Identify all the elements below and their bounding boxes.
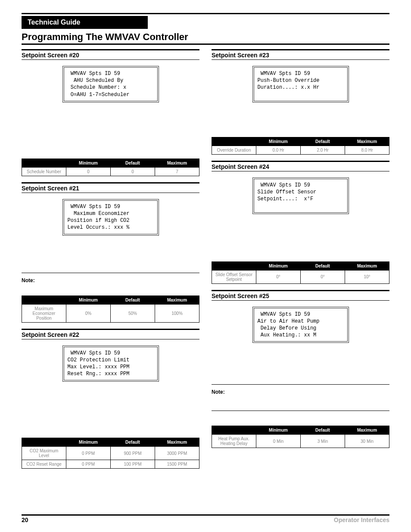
th: Maximum	[155, 296, 199, 304]
s24-table: Minimum Default Maximum Slide Offset Sen…	[212, 261, 389, 284]
td: 0°	[301, 270, 345, 283]
th	[22, 159, 66, 167]
footer-rule	[22, 514, 389, 516]
th	[22, 438, 66, 447]
td: CO2 Reset Range	[22, 460, 66, 469]
td: 0	[66, 167, 111, 176]
right-column: Setpoint Screen #23 WMVAV Spts ID 59 Pus…	[212, 49, 389, 475]
th: Minimum	[66, 296, 111, 304]
guide-label: Technical Guide	[22, 16, 148, 29]
td: CO2 Maximum Level	[22, 447, 66, 460]
s22-lcd: WMVAV Spts ID 59 CO2 Protection Limit Ma…	[62, 345, 159, 382]
s23-body	[212, 107, 389, 133]
s21-note-body	[22, 283, 199, 291]
s23-lcd: WMVAV Spts ID 59 Push-Button Override Du…	[252, 66, 349, 103]
doc-name: Operator Interfaces	[334, 516, 389, 523]
th: Default	[301, 426, 345, 435]
s21-body	[22, 240, 199, 270]
th: Default	[111, 438, 155, 447]
th: Minimum	[256, 426, 301, 435]
s20-table: Minimum Default Maximum Schedule Number …	[22, 159, 199, 176]
s25-lcd: WMVAV Spts ID 59 Air to Air Heat Pump De…	[252, 307, 349, 343]
s24-body	[212, 218, 389, 257]
td: Slide Offset Sensor Setpoint	[212, 270, 256, 283]
th: Default	[111, 296, 155, 304]
td: 50%	[111, 304, 155, 322]
td: 10°	[345, 270, 389, 283]
left-column: Setpoint Screen #20 WMVAV Spts ID 59 AHU…	[22, 49, 199, 475]
td: Schedule Number	[22, 167, 66, 176]
s22-body	[22, 386, 199, 433]
td: 2.0 Hr	[301, 146, 345, 154]
s21-table: Minimum Default Maximum Maximum Economiz…	[22, 296, 199, 323]
th	[212, 261, 256, 270]
two-columns: Setpoint Screen #20 WMVAV Spts ID 59 AHU…	[22, 49, 389, 475]
s25-body	[212, 347, 389, 382]
spacer	[212, 415, 389, 421]
td: Heat Pump Aux. Heating Delay	[212, 435, 256, 448]
td: 0°	[256, 270, 301, 283]
td: 0.0 Hr	[256, 146, 301, 154]
title-rule	[22, 44, 389, 45]
th: Minimum	[66, 159, 111, 167]
th	[212, 137, 256, 146]
s25-heading: Setpoint Screen #25	[212, 290, 389, 301]
th: Maximum	[155, 159, 199, 167]
s21-lcd: WMVAV Spts ID 59 Maximum Economizer Posi…	[62, 199, 159, 236]
td: 7	[155, 167, 199, 176]
td: 0	[111, 167, 155, 176]
th: Maximum	[345, 137, 389, 146]
td: 900 PPM	[111, 447, 155, 460]
s20-body	[22, 107, 199, 154]
td: 3000 PPM	[155, 447, 199, 460]
page-footer: 20 Operator Interfaces	[22, 514, 389, 523]
s25-note-label: Note:	[212, 389, 389, 395]
divider	[212, 384, 389, 385]
td: 0 PPM	[66, 460, 111, 469]
s23-table: Minimum Default Maximum Override Duratio…	[212, 137, 389, 155]
th	[22, 296, 66, 304]
td: 8.0 Hr	[345, 146, 389, 154]
page: Technical Guide Programming The WMVAV Co…	[0, 0, 411, 532]
th: Maximum	[155, 438, 199, 447]
th: Default	[111, 159, 155, 167]
s22-heading: Setpoint Screen #22	[22, 329, 199, 339]
td: Override Duration	[212, 146, 256, 154]
td: 0%	[66, 304, 111, 322]
footer-row: 20 Operator Interfaces	[22, 516, 389, 523]
s20-lcd: WMVAV Spts ID 59 AHU Scheduled By Schedu…	[62, 66, 159, 103]
td: 0 Min	[256, 435, 301, 448]
td: 0 PPM	[66, 447, 111, 460]
page-title: Programming The WMVAV Controller	[22, 31, 389, 43]
th: Minimum	[256, 137, 301, 146]
td: 1500 PPM	[155, 460, 199, 469]
s22-table: Minimum Default Maximum CO2 Maximum Leve…	[22, 438, 199, 469]
td: 3 Min	[301, 435, 345, 448]
th: Default	[301, 137, 345, 146]
th: Maximum	[345, 426, 389, 435]
th: Maximum	[345, 261, 389, 270]
top-border	[22, 13, 389, 14]
td: 100%	[155, 304, 199, 322]
s25-table: Minimum Default Maximum Heat Pump Aux. H…	[212, 426, 389, 448]
page-number: 20	[22, 516, 28, 523]
td: 30 Min	[345, 435, 389, 448]
s24-lcd: WMVAV Spts ID 59 Slide Offset Sensor Set…	[252, 177, 349, 214]
s23-heading: Setpoint Screen #23	[212, 49, 389, 60]
divider	[212, 411, 389, 411]
td: Maximum Economizer Position	[22, 304, 66, 322]
header-bar: Technical Guide	[22, 16, 389, 29]
s21-heading: Setpoint Screen #21	[22, 182, 199, 193]
td: 100 PPM	[111, 460, 155, 469]
th: Minimum	[256, 261, 301, 270]
s20-heading: Setpoint Screen #20	[22, 49, 199, 60]
th: Default	[301, 261, 345, 270]
s24-heading: Setpoint Screen #24	[212, 161, 389, 171]
s25-note-body	[212, 395, 389, 408]
th: Minimum	[66, 438, 111, 447]
divider	[22, 273, 199, 273]
th	[212, 426, 256, 435]
s21-note-label: Note:	[22, 277, 199, 283]
